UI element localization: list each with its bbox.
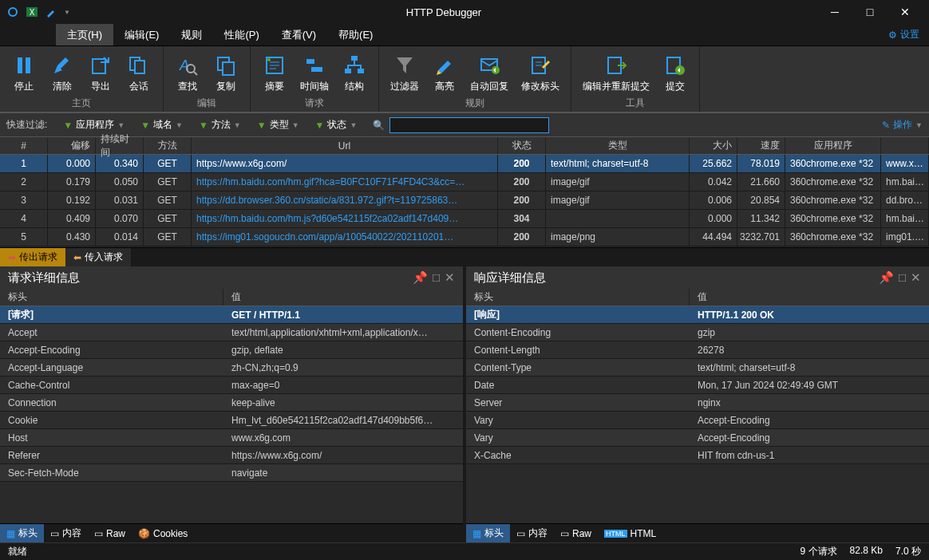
kv-row[interactable]: Accept-Languagezh-CN,zh;q=0.9 (0, 359, 463, 377)
ribbon-summary[interactable]: 摘要 (257, 49, 292, 95)
menu-edit[interactable]: 编辑(E) (113, 24, 170, 45)
menu-help[interactable]: 帮助(E) (327, 24, 384, 45)
col-status[interactable]: 状态 (498, 137, 546, 154)
resp-tab-html[interactable]: HTMLHTML (598, 524, 662, 542)
kv-row[interactable]: Hostwww.x6g.com (0, 429, 463, 447)
resp-tab-raw[interactable]: ▭Raw (554, 524, 598, 542)
filter-app[interactable]: ▼应用程序▼ (63, 118, 125, 132)
req-tab-content[interactable]: ▭内容 (44, 524, 88, 542)
kv-row[interactable]: VaryAccept-Encoding (466, 429, 929, 447)
kv-row[interactable]: Content-Typetext/html; charset=utf-8 (466, 359, 929, 377)
ribbon-autorespond[interactable]: 自动回复 (465, 49, 513, 95)
ribbon-editresubmit[interactable]: 编辑并重新提交 (578, 49, 654, 95)
filter-type[interactable]: ▼类型▼ (257, 118, 299, 132)
statusbar: 就绪 9 个请求 82.8 Kb 7.0 秒 (0, 542, 929, 560)
maximize-button[interactable]: □ (852, 0, 887, 24)
close-button[interactable]: ✕ (887, 0, 923, 24)
col-extra[interactable] (881, 137, 929, 154)
close-pane-icon[interactable]: ✕ (911, 270, 921, 285)
col-speed[interactable]: 速度 (737, 137, 785, 154)
menu-view[interactable]: 查看(V) (271, 24, 327, 45)
col-method[interactable]: 方法 (144, 137, 192, 154)
filter-domain[interactable]: ▼域名▼ (140, 118, 183, 132)
kv-row[interactable]: Connectionkeep-alive (0, 394, 463, 412)
kv-row[interactable]: X-CacheHIT from cdn-us-1 (466, 447, 929, 464)
ribbon-stop[interactable]: 停止 (6, 49, 42, 95)
app-icon-brush[interactable] (45, 6, 57, 18)
kv-row[interactable]: DateMon, 17 Jun 2024 02:49:49 GMT (466, 377, 929, 394)
operations-button[interactable]: ✎ 操作 ▼ (882, 118, 923, 132)
settings-button[interactable]: ⚙ 设置 (879, 24, 929, 45)
ribbon-copy[interactable]: 复制 (208, 49, 243, 95)
status-requests: 9 个请求 (801, 545, 837, 558)
filter-status[interactable]: ▼状态▼ (315, 118, 358, 132)
kv-row[interactable]: CookieHm_lvt_d60e542115f2ca02adf147d409b… (0, 412, 463, 429)
ribbon-group-tools-label: 工具 (578, 95, 693, 110)
col-url[interactable]: Url (192, 137, 498, 154)
search-input[interactable] (389, 117, 549, 133)
session-icon (126, 53, 152, 78)
grid-row[interactable]: 30.1920.031GEThttps://dd.browser.360.cn/… (0, 191, 929, 210)
req-col-value[interactable]: 值 (223, 289, 463, 306)
req-tab-raw[interactable]: ▭Raw (88, 524, 132, 542)
resp-col-header[interactable]: 标头 (466, 289, 690, 306)
req-tab-cookies[interactable]: 🍪Cookies (132, 524, 194, 542)
col-size[interactable]: 大小 (690, 137, 737, 154)
kv-row[interactable]: [请求]GET / HTTP/1.1 (0, 306, 463, 324)
svg-line-9 (194, 72, 197, 75)
header-icon: ▦ (6, 528, 15, 539)
kv-row[interactable]: Accepttext/html,application/xhtml+xml,ap… (0, 324, 463, 341)
req-tab-header[interactable]: ▦标头 (0, 524, 44, 542)
kv-row[interactable]: VaryAccept-Encoding (466, 412, 929, 429)
grid-row[interactable]: 10.0000.340GEThttps://www.x6g.com/200tex… (0, 155, 929, 173)
kv-row[interactable]: [响应]HTTP/1.1 200 OK (466, 306, 929, 324)
col-offset[interactable]: 偏移 (48, 137, 96, 154)
kv-row[interactable]: Sec-Fetch-Modenavigate (0, 464, 463, 482)
tab-incoming[interactable]: ⬅传入请求 (65, 248, 131, 266)
ribbon-modifyheader[interactable]: 修改标头 (516, 49, 564, 95)
cookie-icon: 🍪 (138, 528, 150, 539)
resp-tab-header[interactable]: ▦标头 (466, 524, 510, 542)
maximize-pane-icon[interactable]: □ (899, 270, 906, 285)
col-app[interactable]: 应用程序 (785, 137, 881, 154)
grid-row[interactable]: 50.4300.014GEThttps://img01.sogoucdn.com… (0, 228, 929, 246)
ribbon-highlight[interactable]: 高亮 (427, 49, 462, 95)
menu-home[interactable]: 主页(H) (56, 24, 113, 45)
ribbon-session[interactable]: 会话 (121, 49, 156, 95)
search-icon[interactable]: 🔍 (373, 120, 385, 131)
col-duration[interactable]: 持续时间 (96, 137, 144, 154)
req-col-header[interactable]: 标头 (0, 289, 223, 306)
maximize-pane-icon[interactable]: □ (433, 270, 440, 285)
kv-row[interactable]: Accept-Encodinggzip, deflate (0, 341, 463, 359)
ribbon-structure[interactable]: 结构 (337, 49, 372, 95)
close-pane-icon[interactable]: ✕ (445, 270, 455, 285)
col-num[interactable]: # (0, 137, 48, 154)
kv-row[interactable]: Content-Length26278 (466, 341, 929, 359)
ribbon-group-request: 摘要 时间轴 结构 请求 (251, 46, 379, 112)
kv-row[interactable]: Content-Encodinggzip (466, 324, 929, 341)
resp-col-value[interactable]: 值 (690, 289, 929, 306)
ribbon-submit[interactable]: 提交 (658, 49, 693, 95)
window-title: HTTP Debugger (70, 6, 817, 18)
ribbon-clear[interactable]: 清除 (45, 49, 80, 95)
resp-tab-content[interactable]: ▭内容 (510, 524, 554, 542)
grid-row[interactable]: 20.1790.050GEThttps://hm.baidu.com/hm.gi… (0, 173, 929, 191)
pin-icon[interactable]: 📌 (413, 270, 428, 285)
app-icon-dropdown[interactable]: ▼ (64, 9, 70, 16)
ribbon-export[interactable]: 导出 (83, 49, 118, 95)
menu-rules[interactable]: 规则 (170, 24, 213, 45)
minimize-button[interactable]: ─ (817, 0, 852, 24)
kv-row[interactable]: Refererhttps://www.x6g.com/ (0, 447, 463, 464)
kv-row[interactable]: Servernginx (466, 394, 929, 412)
ribbon-find[interactable]: A查找 (170, 49, 205, 95)
ribbon-filter[interactable]: 过滤器 (385, 49, 424, 95)
ribbon-timeline[interactable]: 时间轴 (295, 49, 334, 95)
col-type[interactable]: 类型 (546, 137, 690, 154)
funnel-icon: ▼ (140, 120, 150, 131)
kv-row[interactable]: Cache-Controlmax-age=0 (0, 377, 463, 394)
tab-outgoing[interactable]: ➡传出请求 (0, 248, 65, 266)
filter-method[interactable]: ▼方法▼ (199, 118, 241, 132)
pin-icon[interactable]: 📌 (879, 270, 894, 285)
grid-row[interactable]: 40.4090.070GEThttps://hm.baidu.com/hm.js… (0, 210, 929, 228)
menu-perf[interactable]: 性能(P) (213, 24, 270, 45)
